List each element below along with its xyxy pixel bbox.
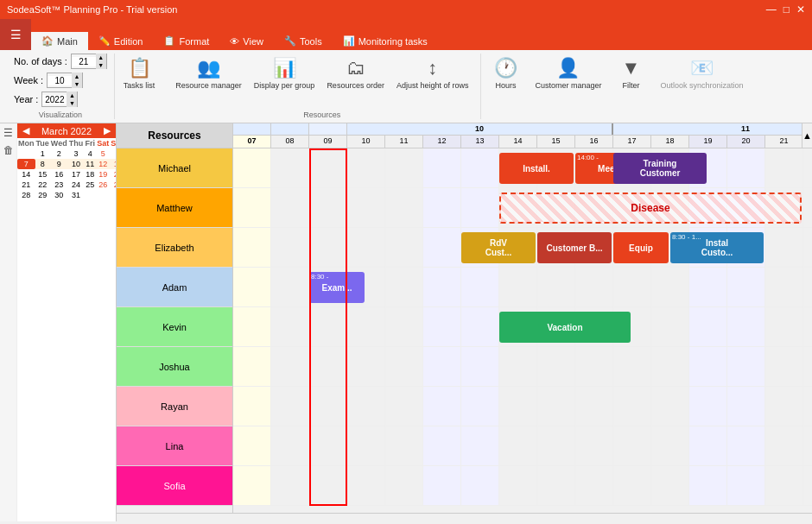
gantt-cell[interactable] [347,426,385,465]
cal-cell[interactable]: 27 [110,180,117,190]
cal-cell[interactable]: 17 [68,169,85,180]
gantt-cell[interactable] [233,387,271,426]
event-customer-b[interactable]: Customer B... [537,232,612,263]
gantt-cell[interactable] [765,148,803,187]
cal-cell[interactable]: 15 [35,169,50,180]
display-per-group-button[interactable]: 📊 Display per group [249,54,320,93]
gantt-cell[interactable] [233,188,271,227]
gantt-cell[interactable] [537,387,575,426]
gantt-cell[interactable] [727,387,765,426]
gantt-cell[interactable] [575,466,613,505]
cal-cell-today[interactable]: 7 [17,159,35,169]
gantt-cell[interactable] [461,188,499,227]
cal-cell[interactable]: 10 [68,159,85,169]
gantt-cell[interactable] [689,268,727,306]
cal-cell[interactable] [110,190,117,200]
mini-cal-prev[interactable]: ◀ [19,125,33,136]
gantt-cell[interactable] [309,307,347,346]
gantt-cell[interactable] [271,228,309,267]
gantt-cell[interactable] [575,268,613,306]
cal-cell[interactable]: 6 [110,148,117,159]
resource-item-sofia[interactable]: Sofia [117,466,232,506]
gantt-cell[interactable] [461,466,499,505]
cal-cell[interactable]: 18 [84,169,96,180]
gantt-cell[interactable] [461,426,499,465]
gantt-cell[interactable] [423,426,461,465]
cal-cell[interactable]: 9 [50,159,68,169]
year-input[interactable] [42,95,67,104]
event-disease[interactable]: Disease [499,193,802,224]
gantt-cell[interactable] [651,307,689,346]
trash-icon[interactable]: 🗑 [3,144,14,156]
gantt-cell[interactable] [803,268,812,306]
week-up[interactable]: ▲ [72,73,82,80]
year-spinner[interactable]: ▲ ▼ [41,92,78,107]
cal-cell[interactable]: 1 [35,148,50,159]
gantt-cell[interactable] [423,466,461,505]
gantt-cell[interactable] [537,466,575,505]
customer-manager-button[interactable]: 👤 Customer manager [530,54,606,119]
gantt-cell[interactable] [765,347,803,386]
filter-button[interactable]: ▼ Filter [611,54,652,119]
cal-cell[interactable]: 25 [84,180,96,190]
resources-order-button[interactable]: 🗂 Resources order [321,54,390,93]
gantt-cell[interactable] [765,307,803,346]
gantt-cell[interactable] [537,347,575,386]
gantt-cell[interactable] [385,387,423,426]
resource-item-lina[interactable]: Lina [117,426,232,466]
gantt-cell[interactable] [803,148,812,187]
gantt-cell[interactable] [233,426,271,465]
cal-cell[interactable]: 28 [17,190,35,200]
no-of-days-spinner[interactable]: ▲ ▼ [71,54,107,69]
gantt-cell[interactable] [651,347,689,386]
gantt-cell[interactable] [385,347,423,386]
gantt-cell[interactable] [651,426,689,465]
gantt-cell[interactable] [499,268,537,306]
no-of-days-up[interactable]: ▲ [96,54,106,61]
cal-cell[interactable]: 21 [17,180,35,190]
event-equip[interactable]: Equip [613,232,669,263]
resource-item-joshua[interactable]: Joshua [117,347,232,387]
no-of-days-down[interactable]: ▼ [96,61,106,69]
gantt-cell[interactable] [613,426,651,465]
week-down[interactable]: ▼ [72,80,82,88]
gantt-cell[interactable] [461,347,499,386]
gantt-cell[interactable] [385,148,423,187]
gantt-cell[interactable] [347,307,385,346]
event-install[interactable]: Install. [499,153,574,184]
gantt-cell[interactable] [347,228,385,267]
gantt-cell[interactable] [689,426,727,465]
home-button[interactable]: ☰ [0,19,31,50]
tab-format[interactable]: 📋 Format [153,32,219,50]
gantt-cell[interactable] [765,426,803,465]
cal-cell[interactable]: 13 [110,159,117,169]
cal-cell[interactable]: 8 [35,159,50,169]
gantt-cell[interactable] [499,426,537,465]
gantt-cell[interactable] [423,148,461,187]
mini-cal-next[interactable]: ▶ [100,125,114,136]
event-exam[interactable]: 8:30 -Exam... [309,272,365,303]
gantt-cell[interactable] [499,466,537,505]
event-rdv[interactable]: RdV Cust... [461,232,536,263]
gantt-cell[interactable] [537,426,575,465]
gantt-cell[interactable] [727,466,765,505]
gantt-cell[interactable] [347,387,385,426]
gantt-cell[interactable] [651,268,689,306]
gantt-cell[interactable] [613,347,651,386]
gantt-cell[interactable] [271,268,309,306]
gantt-cell[interactable] [385,307,423,346]
gantt-cell[interactable] [271,307,309,346]
gantt-cell[interactable] [309,426,347,465]
cal-cell[interactable]: 4 [84,148,96,159]
gantt-cell[interactable] [423,347,461,386]
gantt-cell[interactable] [613,387,651,426]
gantt-cell[interactable] [689,307,727,346]
cal-cell[interactable] [17,148,35,159]
gantt-cell[interactable] [765,268,803,306]
gantt-cell[interactable] [803,228,812,267]
gantt-cell[interactable] [727,307,765,346]
scroll-up-btn[interactable]: ▲ [802,123,812,148]
gantt-cell[interactable] [765,387,803,426]
gantt-cell[interactable] [537,268,575,306]
tab-edition[interactable]: ✏️ Edition [88,32,154,50]
